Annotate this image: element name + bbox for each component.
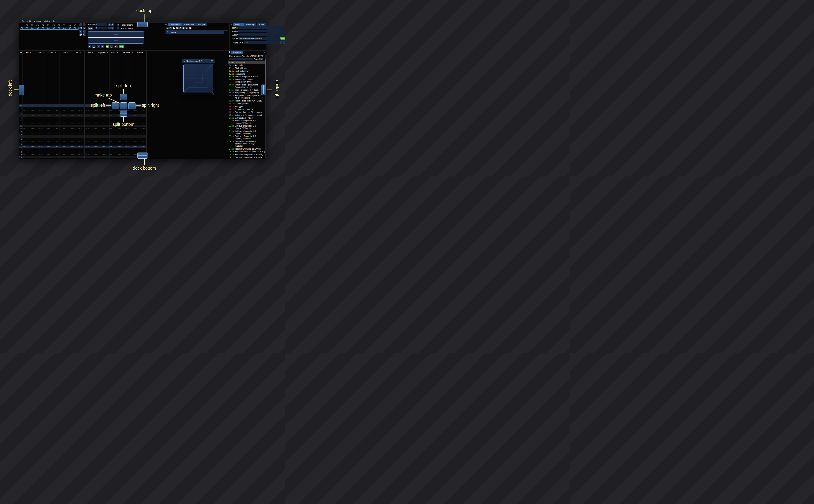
window-menu-icon[interactable]: [229, 51, 231, 54]
order-cell[interactable]: 00: [40, 27, 46, 29]
pattern-cell-empty[interactable]: ··· ·· ·· ····: [97, 136, 109, 137]
pattern-cell-empty[interactable]: ··· ·· ·· ····: [35, 120, 47, 122]
pattern-cell-empty[interactable]: ··· ·· ·· ····: [35, 154, 47, 155]
tab-song-info[interactable]: Song Info: [233, 23, 244, 26]
pattern-cell-empty[interactable]: ··· ·· ·· ····: [109, 120, 122, 122]
pattern-cell-empty[interactable]: ··· ·· ·· ····: [97, 133, 109, 135]
effect-row-09xx[interactable]: 09xxSet groove pattern (speed 1 if no gr…: [228, 95, 265, 99]
order-cell[interactable]: 00: [35, 27, 40, 29]
pattern-cell-empty[interactable]: ··· ·· ·· ····: [122, 143, 134, 145]
pattern-cell-empty[interactable]: ··· ·· ·· ····: [60, 148, 72, 150]
effect-row-0Dxx[interactable]: 0DxxJump to next pattern: [228, 108, 265, 111]
tab-samples[interactable]: Samples: [196, 23, 207, 26]
pattern-cell-empty[interactable]: ··· ·· ·· ····: [60, 115, 72, 117]
duplicate-order-button[interactable]: [79, 27, 82, 29]
pattern-cell-empty[interactable]: ··· ·· ·· ····: [35, 128, 47, 130]
order-edit-button[interactable]: [83, 33, 85, 36]
octave-minus-button[interactable]: −: [108, 23, 111, 26]
pattern-cell-empty[interactable]: ··· ·· ·· ····: [60, 130, 72, 132]
pattern-cell-empty[interactable]: ··· ·· ·· ····: [134, 118, 146, 119]
order-cell[interactable]: 00: [72, 27, 78, 29]
pattern-cell-empty[interactable]: ··· ·· ·· ····: [84, 112, 97, 114]
pattern-cell-empty[interactable]: ··· ·· ·· ····: [72, 112, 84, 114]
pattern-cell-empty[interactable]: ··· ·· ·· ····: [109, 128, 122, 130]
pattern-row-3[interactable]: 3··· ·· ·· ······· ·· ·· ······· ·· ·· ·…: [19, 112, 146, 114]
pattern-row-20[interactable]: 20··· ·· ·· ······· ·· ·· ······· ·· ·· …: [19, 156, 146, 158]
pattern-row-2[interactable]: 2··· ·· ·· ······· ·· ·· ······· ·· ·· ·…: [19, 109, 146, 112]
pattern-cell-empty[interactable]: ··· ·· ·· ····: [97, 151, 109, 153]
effect-row-0Fxx[interactable]: 0FxxSet speed (speed 2 if no grooves exi…: [228, 111, 265, 113]
pattern-row-12[interactable]: 12··· ·· ·· ······· ·· ·· ······· ·· ·· …: [19, 135, 146, 138]
pattern-cell-empty[interactable]: ··· ·· ·· ····: [47, 143, 60, 145]
tuning-input[interactable]: 440: [244, 41, 279, 44]
pattern-cell-empty[interactable]: ··· ·· ·· ····: [47, 133, 60, 135]
resize-grip[interactable]: [212, 92, 214, 95]
pattern-cell-empty[interactable]: ··· ·· ·· ····: [60, 128, 72, 130]
effect-row-02xx[interactable]: 02xxPitch slide down: [228, 70, 265, 72]
pattern-cell-empty[interactable]: ··· ·· ·· ····: [84, 143, 97, 145]
step-label[interactable]: Step: [88, 27, 93, 30]
effect-row-0Cxx[interactable]: 0CxxRetrigger: [228, 105, 265, 108]
pattern-cell-empty[interactable]: ··· ·· ·· ····: [22, 120, 35, 122]
pattern-cell-empty[interactable]: ··· ·· ·· ····: [109, 136, 122, 137]
order-cell[interactable]: 00: [46, 27, 51, 29]
effect-list-menu-button[interactable]: ≡: [260, 58, 263, 60]
pattern-cell-empty[interactable]: ··· ·· ·· ····: [22, 154, 35, 155]
pattern-cell-empty[interactable]: ··· ·· ·· ····: [72, 156, 84, 158]
pattern-cell-empty[interactable]: ··· ·· ·· ····: [22, 136, 35, 137]
pattern-cell-empty[interactable]: ··· ·· ·· ····: [72, 107, 84, 109]
pattern-cell-empty[interactable]: ··· ·· ·· ····: [60, 146, 72, 148]
pattern-cell-empty[interactable]: ··· ·· ·· ····: [72, 123, 84, 124]
pattern-cell-empty[interactable]: ··· ·· ·· ····: [72, 130, 84, 132]
channel-header-fm-4[interactable]: FM 4: [60, 51, 72, 55]
split-bottom-target[interactable]: [120, 111, 127, 117]
pattern-cell-empty[interactable]: ··· ·· ·· ····: [60, 156, 72, 158]
pattern-cell-empty[interactable]: ··· ·· ·· ····: [84, 123, 97, 124]
split-left-target[interactable]: [112, 102, 119, 109]
effect-row-14xx[interactable]: 14xxSet level of operator 3 (0 highest, …: [228, 130, 265, 134]
pattern-cell-empty[interactable]: ··· ·· ·· ····: [35, 130, 47, 132]
pattern-row-13[interactable]: 13··· ·· ·· ······· ·· ·· ······· ·· ·· …: [19, 138, 146, 140]
order-down-button[interactable]: ∨: [79, 30, 82, 33]
effect-row-16xy[interactable]: 16xySet operator multiplier (x: operator…: [228, 140, 265, 147]
step-plus-button[interactable]: +: [111, 27, 114, 29]
pattern-cell-empty[interactable]: ··· ·· ·· ····: [84, 156, 97, 158]
pattern-cell-empty[interactable]: ··· ·· ·· ····: [35, 151, 47, 153]
order-up-button[interactable]: ∧: [83, 27, 85, 29]
pattern-cell-empty[interactable]: ··· ·· ·· ····: [122, 154, 134, 155]
pattern-cell-empty[interactable]: ··· ·· ·· ····: [72, 105, 84, 106]
pattern-cell-empty[interactable]: ··· ·· ·· ····: [47, 156, 60, 158]
pattern-corner[interactable]: ++: [20, 51, 22, 53]
pattern-cell-empty[interactable]: ··· ·· ·· ····: [35, 138, 47, 140]
pattern-cell-empty[interactable]: ··· ·· ·· ····: [60, 105, 72, 106]
tab-speed[interactable]: Speed: [257, 23, 266, 26]
pattern-cell-empty[interactable]: ··· ·· ·· ····: [22, 141, 35, 142]
pattern-cell-empty[interactable]: ··· ·· ·· ····: [47, 115, 60, 117]
play-button[interactable]: [88, 45, 91, 48]
pattern-cell-empty[interactable]: ··· ·· ·· ····: [60, 112, 72, 114]
channel-header-fm-3[interactable]: FM 3: [47, 51, 60, 55]
pattern-cell-empty[interactable]: ··· ·· ·· ····: [97, 112, 109, 114]
pattern-cell-empty[interactable]: ··· ·· ·· ····: [122, 156, 134, 158]
pattern-row-15[interactable]: 15··· ·· ·· ······· ·· ·· ······· ·· ·· …: [19, 143, 146, 146]
tab-instruments[interactable]: Instruments: [168, 23, 181, 26]
pattern-cell-empty[interactable]: ··· ·· ·· ····: [109, 146, 122, 148]
effect-row-11xx[interactable]: 11xxSet feedback (0 to 7): [228, 117, 265, 119]
pattern-row-1[interactable]: 1··· ·· ·· ······· ·· ·· ······· ·· ·· ·…: [19, 107, 146, 109]
pattern-cell-empty[interactable]: ··· ·· ·· ····: [97, 148, 109, 150]
pattern-cell-empty[interactable]: ··· ·· ·· ····: [47, 151, 60, 153]
pattern-cell-empty[interactable]: ··· ·· ·· ····: [72, 120, 84, 122]
pattern-cell-empty[interactable]: ··· ·· ·· ····: [109, 118, 122, 119]
pattern-cell-empty[interactable]: ··· ·· ·· ····: [134, 128, 146, 130]
record-button[interactable]: [106, 45, 109, 48]
effect-row-1Bxx[interactable]: 1BxxSet attack of operator 2 (0 to 1F): [228, 156, 265, 159]
pattern-cell-empty[interactable]: ··· ·· ·· ····: [60, 154, 72, 155]
pattern-cell-empty[interactable]: ··· ·· ·· ····: [97, 125, 109, 127]
pattern-cell-empty[interactable]: ··· ·· ·· ····: [47, 136, 60, 137]
pattern-cell-empty[interactable]: ··· ·· ·· ····: [35, 133, 47, 135]
pattern-cell-empty[interactable]: ··· ·· ·· ····: [35, 123, 47, 124]
close-icon[interactable]: ×: [282, 23, 284, 26]
pattern-cell-empty[interactable]: ··· ·· ·· ····: [122, 133, 134, 135]
pattern-cell-empty[interactable]: ··· ·· ·· ····: [97, 120, 109, 122]
pattern-cell-empty[interactable]: ··· ·· ·· ····: [72, 136, 84, 137]
